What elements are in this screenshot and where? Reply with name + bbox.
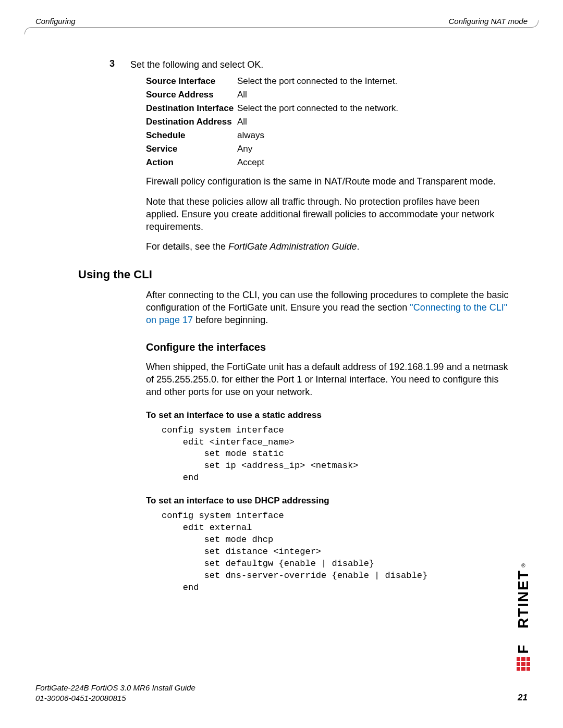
page-footer: FortiGate-224B FortiOS 3.0 MR6 Install G…	[35, 683, 528, 703]
policy-value: Any	[237, 144, 513, 154]
footer-doc-title: FortiGate-224B FortiOS 3.0 MR6 Install G…	[35, 683, 195, 693]
paragraph: After connecting to the CLI, you can use…	[146, 289, 513, 327]
frame-corner-left	[25, 27, 32, 34]
paragraph: Note that these policies allow all traff…	[146, 195, 513, 233]
subheading-dhcp-address: To set an interface to use DHCP addressi…	[146, 496, 513, 506]
step-number: 3	[78, 58, 130, 71]
policy-row: Destination Address All	[146, 117, 513, 127]
frame-corner-right	[531, 20, 538, 28]
policy-label: Action	[146, 157, 237, 168]
code-block-dhcp: config system interface edit external se…	[162, 510, 513, 594]
page-header: Configuring Configuring NAT mode	[35, 17, 528, 26]
paragraph: For details, see the FortiGate Administr…	[146, 240, 513, 253]
policy-row: Service Any	[146, 144, 513, 154]
policy-row: Destination Interface Select the port co…	[146, 103, 513, 114]
step-row: 3 Set the following and select OK.	[78, 58, 513, 71]
policy-label: Source Interface	[146, 76, 237, 87]
policy-value: Accept	[237, 157, 513, 168]
policy-value: always	[237, 130, 513, 141]
code-block-static: config system interface edit <interface_…	[162, 425, 513, 485]
policy-value: Select the port connected to the network…	[237, 103, 513, 114]
header-right-text: Configuring NAT mode	[449, 17, 528, 26]
cite-title: FortiGate Administration Guide	[228, 241, 357, 252]
paragraph-text: before beginning.	[193, 315, 268, 325]
page-number: 21	[518, 693, 528, 703]
page: Configuring Configuring NAT mode 3 Set t…	[0, 0, 563, 728]
header-left-text: Configuring	[35, 17, 76, 26]
subheading-static-address: To set an interface to use a static addr…	[146, 410, 513, 421]
fortinet-logo: ® F RTINET	[515, 564, 532, 671]
paragraph-text: .	[357, 241, 360, 252]
policy-row: Source Interface Select the port connect…	[146, 76, 513, 87]
frame-divider	[31, 27, 532, 28]
logo-icon	[517, 657, 530, 671]
policy-label: Destination Address	[146, 117, 237, 127]
registered-mark: ®	[521, 563, 525, 569]
policy-label: Source Address	[146, 90, 237, 100]
heading-using-the-cli: Using the CLI	[78, 268, 513, 281]
footer-info: FortiGate-224B FortiOS 3.0 MR6 Install G…	[35, 683, 195, 703]
policy-table: Source Interface Select the port connect…	[146, 76, 513, 168]
policy-row: Source Address All	[146, 90, 513, 100]
policy-value: All	[237, 90, 513, 100]
policy-row: Action Accept	[146, 157, 513, 168]
policy-value: Select the port connected to the Interne…	[237, 76, 513, 87]
policy-label: Schedule	[146, 130, 237, 141]
paragraph-text: For details, see the	[146, 241, 228, 252]
policy-value: All	[237, 117, 513, 127]
footer-doc-id: 01-30006-0451-20080815	[35, 693, 195, 704]
heading-configure-interfaces: Configure the interfaces	[146, 341, 513, 353]
paragraph: When shipped, the FortiGate unit has a d…	[146, 361, 513, 399]
policy-label: Destination Interface	[146, 103, 237, 114]
policy-row: Schedule always	[146, 130, 513, 141]
step-instruction: Set the following and select OK.	[130, 58, 513, 71]
paragraph: Firewall policy configuration is the sam…	[146, 175, 513, 188]
content-area: 3 Set the following and select OK. Sourc…	[78, 52, 513, 594]
logo-text: F RTINET	[515, 570, 532, 654]
policy-label: Service	[146, 144, 237, 154]
